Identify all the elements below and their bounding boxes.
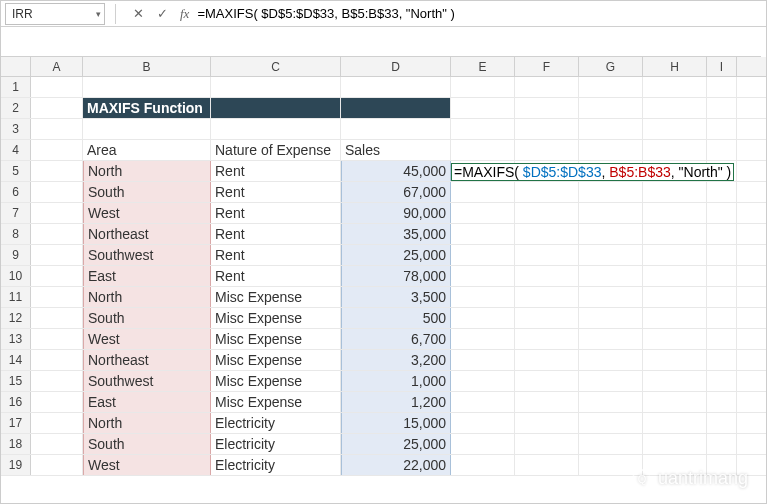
cell[interactable] [643,308,707,328]
cell[interactable] [579,329,643,349]
cell[interactable] [211,98,341,118]
cell[interactable] [451,98,515,118]
cell[interactable] [643,245,707,265]
cell[interactable] [707,98,737,118]
cell[interactable]: 35,000 [341,224,451,244]
cell[interactable] [31,413,83,433]
cell[interactable] [579,350,643,370]
cell[interactable]: Misc Expense [211,371,341,391]
cell[interactable] [707,350,737,370]
name-box[interactable]: IRR ▾ [5,3,105,25]
cell[interactable]: Misc Expense [211,329,341,349]
cell[interactable] [579,434,643,454]
cell[interactable]: Electricity [211,434,341,454]
cell[interactable] [579,287,643,307]
cell[interactable]: North [83,413,211,433]
cell[interactable] [31,287,83,307]
cell[interactable] [579,224,643,244]
row-header[interactable]: 11 [1,287,31,307]
cell[interactable]: Rent [211,203,341,223]
cell[interactable] [707,308,737,328]
cell[interactable] [515,245,579,265]
cell[interactable] [579,245,643,265]
cell[interactable] [515,140,579,160]
cell[interactable]: 90,000 [341,203,451,223]
cell[interactable] [341,77,451,97]
cell[interactable] [341,119,451,139]
cell[interactable] [707,203,737,223]
cell[interactable] [31,98,83,118]
cell[interactable] [643,329,707,349]
row-header[interactable]: 5 [1,161,31,181]
cancel-icon[interactable]: ✕ [129,5,147,23]
col-header-B[interactable]: B [83,57,211,76]
cell[interactable] [643,287,707,307]
cell[interactable]: 1,200 [341,392,451,412]
row-header[interactable]: 19 [1,455,31,475]
cell[interactable] [515,224,579,244]
cell[interactable] [451,329,515,349]
cell[interactable] [515,203,579,223]
cell[interactable] [579,266,643,286]
row-header[interactable]: 13 [1,329,31,349]
cell[interactable]: West [83,455,211,475]
row-header[interactable]: 10 [1,266,31,286]
cell[interactable]: Electricity [211,455,341,475]
cell[interactable] [643,119,707,139]
cell[interactable] [31,371,83,391]
cell[interactable] [31,392,83,412]
col-header-E[interactable]: E [451,57,515,76]
cell[interactable] [211,119,341,139]
row-header[interactable]: 1 [1,77,31,97]
cell[interactable] [707,287,737,307]
cell[interactable] [451,392,515,412]
cell[interactable] [579,77,643,97]
row-header[interactable]: 17 [1,413,31,433]
cell[interactable] [31,245,83,265]
row-header[interactable]: 4 [1,140,31,160]
cell[interactable] [451,371,515,391]
cell[interactable] [707,182,737,202]
cell[interactable] [515,392,579,412]
row-header[interactable]: 3 [1,119,31,139]
cell[interactable] [643,434,707,454]
col-header-C[interactable]: C [211,57,341,76]
cell[interactable] [451,455,515,475]
cell[interactable] [451,203,515,223]
cell[interactable]: MAXIFS Function [83,98,211,118]
cell[interactable] [515,98,579,118]
cell[interactable] [515,266,579,286]
cell[interactable] [643,98,707,118]
cell[interactable] [341,98,451,118]
cell[interactable] [579,413,643,433]
cell[interactable] [451,308,515,328]
cell[interactable] [643,140,707,160]
cell[interactable]: Rent [211,245,341,265]
cell[interactable] [83,119,211,139]
cell[interactable] [707,434,737,454]
cell[interactable] [515,77,579,97]
cell[interactable]: Rent [211,182,341,202]
row-header[interactable]: 15 [1,371,31,391]
cell[interactable] [451,350,515,370]
cell[interactable]: West [83,203,211,223]
cell[interactable] [707,266,737,286]
cell[interactable]: Southwest [83,371,211,391]
cell[interactable] [515,119,579,139]
cell[interactable]: Rent [211,266,341,286]
row-header[interactable]: 9 [1,245,31,265]
cell[interactable] [579,140,643,160]
cell[interactable]: 25,000 [341,245,451,265]
cell[interactable] [515,182,579,202]
cell[interactable]: Southwest [83,245,211,265]
cell[interactable] [707,371,737,391]
cell[interactable] [643,266,707,286]
cell[interactable]: 45,000 [341,161,451,181]
cell[interactable] [31,203,83,223]
cell[interactable] [31,350,83,370]
col-header-G[interactable]: G [579,57,643,76]
cell[interactable]: 500 [341,308,451,328]
cell[interactable] [83,77,211,97]
cell[interactable] [707,140,737,160]
cell[interactable] [643,224,707,244]
